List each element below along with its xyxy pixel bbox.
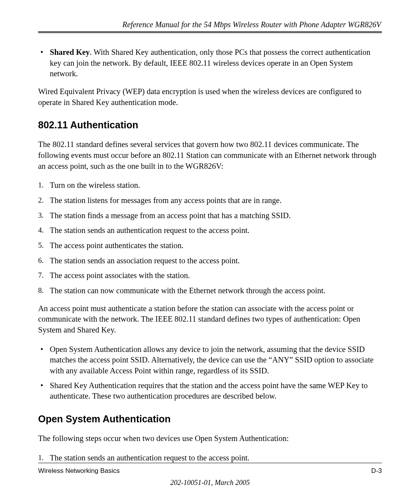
list-item: Shared Key Authentication requires that … [38, 380, 382, 402]
footer-section-name: Wireless Networking Basics [38, 467, 120, 475]
wep-paragraph: Wired Equivalent Privacy (WEP) data encr… [38, 86, 382, 108]
list-item: The station listens for messages from an… [38, 195, 382, 206]
section1-intro: The 802.11 standard defines several serv… [38, 139, 382, 172]
header-rule [38, 32, 382, 33]
shared-key-rest: . With Shared Key authentication, only t… [50, 48, 371, 78]
heading-open-system-auth: Open System Authentication [38, 413, 382, 425]
document-page: Reference Manual for the 54 Mbps Wireles… [0, 0, 420, 504]
list-item: Turn on the wireless station. [38, 180, 382, 191]
section2-intro: The following steps occur when two devic… [38, 433, 382, 444]
section1-para2: An access point must authenticate a stat… [38, 303, 382, 336]
list-item: The station sends an authentication requ… [38, 225, 382, 236]
list-item: The station sends an authentication requ… [38, 453, 382, 464]
footer-rule [38, 463, 382, 463]
list-item: The station can now communicate with the… [38, 285, 382, 296]
list-item: The access point authenticates the stati… [38, 240, 382, 251]
list-item: The station sends an association request… [38, 256, 382, 266]
list-item: The station finds a message from an acce… [38, 210, 382, 221]
list-item: Open System Authentication allows any de… [38, 344, 382, 376]
footer-row: Wireless Networking Basics D-3 [38, 467, 382, 475]
page-footer: Wireless Networking Basics D-3 202-10051… [38, 463, 382, 487]
shared-key-bullet: Shared Key. With Shared Key authenticati… [38, 47, 382, 79]
shared-key-bold: Shared Key [50, 48, 90, 56]
list-item: The access point associates with the sta… [38, 270, 382, 281]
footer-page-number: D-3 [371, 467, 382, 475]
auth-types-bullets: Open System Authentication allows any de… [38, 344, 382, 402]
footer-doc-id: 202-10051-01, March 2005 [38, 479, 382, 487]
heading-802-11-auth: 802.11 Authentication [38, 119, 382, 131]
running-header: Reference Manual for the 54 Mbps Wireles… [38, 20, 382, 29]
shared-key-bullet-list: Shared Key. With Shared Key authenticati… [38, 47, 382, 79]
auth-steps-list: Turn on the wireless station. The statio… [38, 180, 382, 296]
open-system-steps: The station sends an authentication requ… [38, 453, 382, 464]
